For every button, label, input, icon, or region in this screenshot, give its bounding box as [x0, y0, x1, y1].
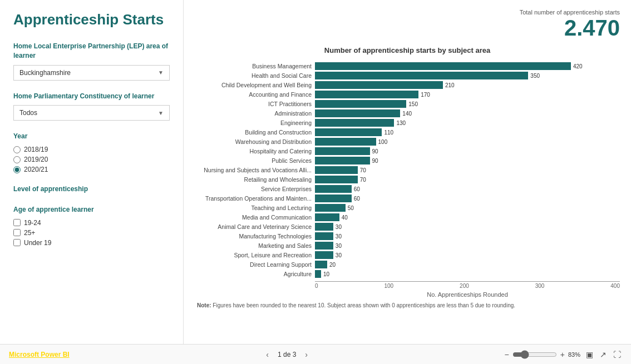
zoom-percent: 83% [568, 351, 580, 358]
powerbi-brand-link[interactable]: Microsoft Power BI [9, 351, 70, 358]
bar-fill[interactable] [315, 242, 333, 250]
bar-fill[interactable] [315, 119, 394, 127]
constituency-dropdown[interactable]: Todos ▼ [13, 105, 170, 121]
bar-row: Animal Care and Veterinary Science30 [195, 223, 620, 231]
bar-container: 130 [315, 119, 620, 127]
year-radio-group: 2018/19 2019/20 2020/21 [13, 146, 170, 173]
bar-fill[interactable] [315, 213, 339, 221]
age-option-19-24[interactable]: 19-24 [13, 219, 170, 227]
bar-fill[interactable] [315, 223, 333, 231]
bar-value-label: 90 [372, 148, 378, 154]
bar-fill[interactable] [315, 261, 327, 268]
lep-filter-label: Home Local Enterprise Partnership (LEP) … [13, 42, 170, 61]
bar-value-label: 150 [408, 101, 418, 107]
bar-label: Nursing and Subjects and Vocations Alli.… [195, 167, 312, 173]
bar-value-label: 130 [396, 120, 406, 126]
bar-container: 170 [315, 91, 620, 98]
prev-page-button[interactable]: ‹ [263, 349, 272, 360]
sidebar: Apprenticeship Starts Home Local Enterpr… [0, 0, 184, 344]
bar-container: 30 [315, 223, 620, 231]
bar-fill[interactable] [315, 270, 321, 278]
bar-fill[interactable] [315, 166, 358, 174]
zoom-plus-icon[interactable]: + [560, 350, 565, 359]
bar-container: 140 [315, 109, 620, 117]
bar-row: Health and Social Care350 [195, 72, 620, 79]
age-filter-label: Age of apprentice learner [13, 205, 170, 215]
age-option-25plus[interactable]: 25+ [13, 229, 170, 237]
page-title: Apprenticeship Starts [13, 11, 170, 28]
bar-value-label: 100 [378, 139, 388, 145]
bar-fill[interactable] [315, 204, 346, 212]
bar-container: 110 [315, 128, 620, 136]
bar-fill[interactable] [315, 91, 418, 98]
bar-row: Child Development and Well Being210 [195, 81, 620, 89]
year-label-2018: 2018/19 [24, 146, 48, 153]
bar-fill[interactable] [315, 176, 358, 183]
year-option-2019[interactable]: 2019/20 [13, 156, 170, 163]
bar-label: Sport, Leisure and Recreation [195, 252, 312, 258]
bottom-left: Microsoft Power BI [9, 351, 70, 358]
bar-fill[interactable] [315, 72, 528, 79]
constituency-dropdown-arrow: ▼ [158, 110, 164, 116]
bar-value-label: 50 [348, 205, 354, 211]
bar-fill[interactable] [315, 138, 376, 146]
year-option-2020[interactable]: 2020/21 [13, 166, 170, 173]
bar-fill[interactable] [315, 185, 352, 193]
bar-fill[interactable] [315, 100, 406, 108]
year-radio-2019[interactable] [13, 156, 21, 163]
bottom-right-controls: − + 83% ▣ ↗ ⛶ [505, 349, 622, 360]
bar-fill[interactable] [315, 195, 352, 202]
year-option-2018[interactable]: 2018/19 [13, 146, 170, 153]
bar-label: Hospitality and Catering [195, 148, 312, 154]
bar-container: 350 [315, 72, 620, 79]
fit-page-button[interactable]: ▣ [585, 349, 594, 360]
zoom-minus-icon[interactable]: − [505, 350, 509, 359]
bar-container: 30 [315, 242, 620, 250]
year-filter-label: Year [13, 132, 170, 141]
bar-fill[interactable] [315, 251, 333, 259]
bar-value-label: 30 [336, 233, 342, 240]
bar-fill[interactable] [315, 232, 333, 240]
age-checkbox-19-24[interactable] [13, 219, 21, 226]
zoom-slider[interactable] [512, 350, 557, 359]
bar-container: 20 [315, 261, 620, 268]
chart-note: Note: Figures have been rounded to the n… [195, 302, 620, 308]
share-button[interactable]: ↗ [599, 349, 608, 360]
constituency-dropdown-value: Todos [19, 109, 37, 117]
bar-row: Warehousing and Distribution100 [195, 138, 620, 146]
bar-fill[interactable] [315, 128, 382, 136]
page-indicator: 1 de 3 [278, 351, 296, 358]
bar-fill[interactable] [315, 81, 443, 89]
lep-dropdown-value: Buckinghamshire [19, 69, 71, 77]
bar-row: Nursing and Subjects and Vocations Alli.… [195, 166, 620, 174]
bar-container: 90 [315, 157, 620, 164]
age-option-under19[interactable]: Under 19 [13, 239, 170, 247]
bar-fill[interactable] [315, 147, 370, 155]
bar-fill[interactable] [315, 157, 370, 164]
next-page-button[interactable]: › [302, 349, 311, 360]
bar-row: Business Management420 [195, 62, 620, 70]
fullscreen-button[interactable]: ⛶ [612, 349, 622, 360]
bar-value-label: 140 [402, 111, 412, 117]
age-checkbox-under19[interactable] [13, 239, 21, 246]
age-label-19-24: 19-24 [24, 219, 41, 227]
bar-label: Teaching and Lecturing [195, 205, 312, 211]
bar-row: Building and Construction110 [195, 128, 620, 136]
bar-row: Hospitality and Catering90 [195, 147, 620, 155]
bar-row: Agriculture10 [195, 270, 620, 278]
bar-container: 10 [315, 270, 620, 278]
bar-fill[interactable] [315, 109, 400, 117]
bar-value-label: 30 [336, 243, 342, 249]
bar-value-label: 10 [323, 271, 329, 277]
bar-label: Service Enterprises [195, 186, 312, 192]
year-filter-section: Year 2018/19 2019/20 2020/21 [13, 132, 170, 173]
bar-row: Accounting and Finance170 [195, 91, 620, 98]
bar-label: Warehousing and Distribution [195, 138, 312, 145]
year-radio-2018[interactable] [13, 146, 21, 153]
lep-dropdown[interactable]: Buckinghamshire ▼ [13, 65, 170, 81]
bar-fill[interactable] [315, 62, 571, 70]
content-area: Apprenticeship Starts Home Local Enterpr… [0, 0, 631, 344]
year-radio-2020[interactable] [13, 166, 21, 173]
bar-label: Accounting and Finance [195, 91, 312, 98]
age-checkbox-25plus[interactable] [13, 229, 21, 236]
